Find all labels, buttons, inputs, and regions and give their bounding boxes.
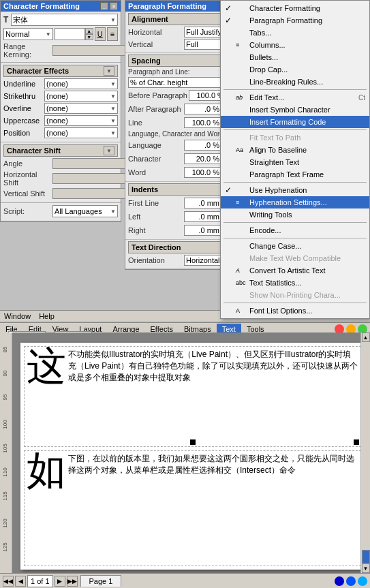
- char-panel-close[interactable]: ×: [110, 2, 118, 10]
- menu-bullets[interactable]: Bullets...: [221, 51, 369, 63]
- font-family-arrow: ▼: [110, 17, 116, 23]
- overline-select[interactable]: (none)▼: [44, 103, 118, 114]
- svg-text:85: 85: [2, 346, 8, 352]
- menu-hyphenation-settings[interactable]: ≡ Hyphenation Settings...: [221, 196, 369, 208]
- v-shift-label: Vertical Shift: [3, 189, 51, 198]
- menu-window[interactable]: Window: [0, 311, 35, 321]
- separator-1: [223, 89, 367, 90]
- menu-insert-formatting[interactable]: Insert Formatting Code: [221, 116, 369, 128]
- menu-web-compatible[interactable]: Make Text Web Compatible: [221, 252, 369, 264]
- first-line-input[interactable]: [184, 198, 221, 208]
- underline-select[interactable]: (none)▼: [44, 78, 118, 89]
- strikethru-row: Strikethru (none)▼: [3, 91, 118, 102]
- menu-use-hyphenation[interactable]: ✓ Use Hyphenation: [221, 184, 369, 196]
- char-panel-minimize[interactable]: _: [100, 2, 108, 10]
- first-page-btn[interactable]: ◀◀: [3, 576, 14, 587]
- right-label: Right: [128, 226, 183, 234]
- menu-encode[interactable]: Encode...: [221, 224, 369, 236]
- page-tab[interactable]: Page 1: [80, 575, 122, 587]
- menu-para-text-frame[interactable]: Paragraph Text Frame: [221, 168, 369, 181]
- svg-text:95: 95: [2, 394, 8, 400]
- position-row: Position (none)▼: [3, 127, 118, 138]
- position-select[interactable]: (none)▼: [44, 127, 118, 138]
- font-style-select[interactable]: Normal ▼: [3, 28, 53, 40]
- svg-text:100: 100: [2, 420, 8, 429]
- effects-arrow: ▼: [104, 66, 114, 76]
- char-formatting-panel: Character Formatting _ × T 宋体 ▼ Normal ▼…: [0, 0, 121, 222]
- canvas-area: 85 90 95 100 105 110 115 120 125 这 不功能类似…: [0, 332, 370, 573]
- scroll-up-btn[interactable]: ▲: [362, 332, 370, 342]
- text-content-1: 不功能类似Illustrator的实时填充（Live Paint）、但又区别于I…: [27, 349, 358, 383]
- menu-char-formatting[interactable]: ✓ Character Formatting: [221, 2, 369, 14]
- menu-line-breaking[interactable]: Line-Breaking Rules...: [221, 76, 369, 88]
- font-type-icon: T: [3, 15, 8, 25]
- language-label: Language: [128, 141, 183, 149]
- style-arrow: ▼: [46, 31, 51, 37]
- ctrl-blue-3[interactable]: [358, 576, 367, 586]
- h-shift-label: Horizontal Shift: [3, 170, 51, 187]
- menu-writing-tools[interactable]: Writing Tools: [221, 208, 369, 221]
- separator-4: [223, 222, 367, 223]
- svg-text:115: 115: [2, 491, 8, 501]
- language-input[interactable]: [184, 140, 221, 151]
- align-button[interactable]: ≡: [107, 27, 118, 41]
- menu-straighten-text[interactable]: Straighten Text: [221, 156, 369, 168]
- separator-6: [223, 303, 367, 303]
- font-size-input[interactable]: 3.662 pt: [55, 28, 85, 40]
- menu-fit-text[interactable]: Fit Text To Path: [221, 131, 369, 144]
- left-input[interactable]: [184, 211, 221, 222]
- menu-edit-text[interactable]: ab Edit Text... Ct: [221, 91, 369, 104]
- strikethru-select[interactable]: (none)▼: [44, 91, 118, 102]
- menu-convert-artistic[interactable]: A Convert To Artistic Text: [221, 264, 369, 277]
- font-size-down[interactable]: ▼: [85, 34, 93, 40]
- uppercase-select[interactable]: (none)▼: [44, 115, 118, 126]
- menu-help[interactable]: Help: [35, 311, 59, 321]
- char-font-section: T 宋体 ▼ Normal ▼ 3.662 pt ▲ ▼ U ≡ Range K…: [1, 12, 121, 63]
- menu-drop-cap[interactable]: Drop Cap...: [221, 63, 369, 76]
- ctrl-blue-1[interactable]: [335, 576, 344, 586]
- ctrl-blue-2[interactable]: [346, 576, 356, 586]
- menu-change-case[interactable]: Change Case...: [221, 240, 369, 252]
- next-page-btn[interactable]: ▶: [55, 576, 65, 587]
- word-input[interactable]: [184, 167, 221, 178]
- range-kerning-label: Range Kerning:: [3, 42, 51, 59]
- handle-bottom[interactable]: [190, 439, 196, 445]
- menu-columns[interactable]: ≡ Columns...: [221, 39, 369, 51]
- left-label: Left: [128, 213, 183, 221]
- svg-text:125: 125: [2, 542, 8, 552]
- prev-page-btn[interactable]: ◀: [15, 576, 26, 587]
- uppercase-row: Uppercase (none)▼: [3, 115, 118, 126]
- separator-2: [223, 129, 367, 130]
- after-para-label: After Paragraph: [128, 105, 183, 113]
- shift-header[interactable]: Character Shift ▼: [3, 144, 118, 157]
- overline-row: Overline (none)▼: [3, 103, 118, 114]
- menu-show-nonprinting[interactable]: Show Non-Printing Chara...: [221, 289, 369, 301]
- character-label: Character: [128, 155, 183, 163]
- menu-text-statistics[interactable]: abc Text Statistics...: [221, 277, 369, 289]
- menu-insert-symbol[interactable]: Insert Symbol Character: [221, 104, 369, 116]
- menu-align-baseline[interactable]: Aa Align To Baseline: [221, 144, 369, 156]
- scroll-thumb[interactable]: [362, 550, 370, 563]
- orientation-label: Orientation: [128, 256, 183, 264]
- menu-tabs[interactable]: Tabs...: [221, 27, 369, 39]
- text-content-2: 下图，在以前的版本里，我们如果想要这这两个圆形相交之处，只能先从同时选择这两个对…: [27, 453, 358, 476]
- first-line-label: First Line: [128, 199, 183, 207]
- font-family-select[interactable]: 宋体 ▼: [11, 14, 118, 26]
- char-panel-titlebar: Character Formatting _ ×: [1, 1, 121, 12]
- right-scrollbar: ▲ ▼: [360, 332, 370, 573]
- line-input[interactable]: [184, 117, 221, 128]
- handle-br[interactable]: [354, 439, 359, 445]
- last-page-btn[interactable]: ▶▶: [67, 576, 78, 587]
- menu-font-list-options[interactable]: A Font List Options...: [221, 305, 369, 317]
- script-select[interactable]: All Languages ▼: [52, 205, 118, 217]
- font-size-up[interactable]: ▲: [85, 28, 93, 34]
- underline-button[interactable]: U: [95, 27, 106, 41]
- before-para-label: Before Paragraph: [128, 91, 187, 99]
- right-input[interactable]: [184, 225, 221, 236]
- character-input[interactable]: [184, 153, 221, 164]
- scroll-down-btn[interactable]: ▼: [362, 563, 370, 573]
- menu-para-formatting[interactable]: ✓ Paragraph Formatting: [221, 14, 369, 27]
- effects-header[interactable]: Character Effects ▼: [3, 65, 118, 77]
- after-para-input[interactable]: [184, 104, 221, 114]
- font-size-spin: 3.662 pt ▲ ▼: [55, 28, 93, 40]
